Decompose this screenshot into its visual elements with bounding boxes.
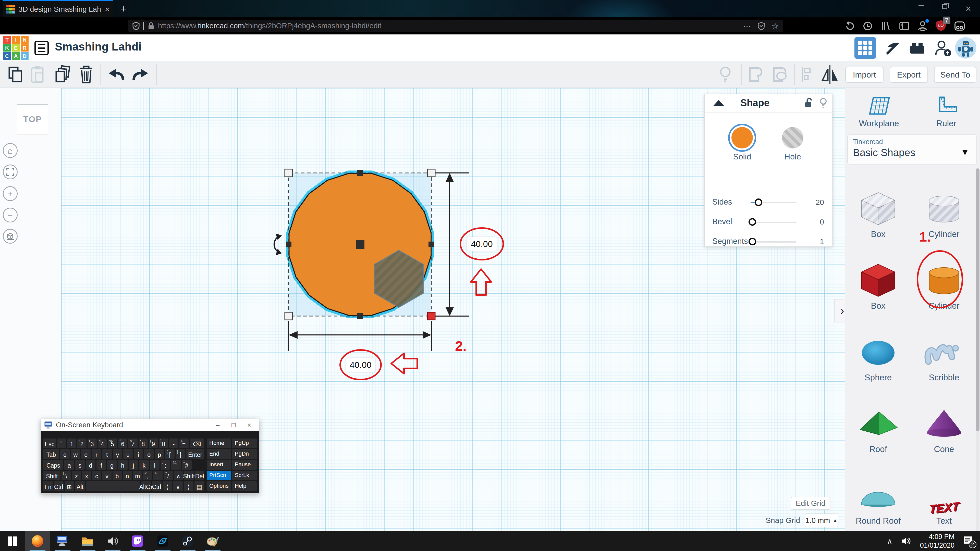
osk-key[interactable]: ¬` — [57, 438, 66, 448]
osk-key-prtscn[interactable]: PrtScn — [207, 471, 231, 480]
osk-key[interactable]: _- — [169, 438, 178, 448]
shape-item-roof[interactable]: Roof — [845, 391, 911, 463]
osk-key[interactable]: k — [139, 460, 149, 470]
taskbar-paint[interactable] — [200, 531, 225, 551]
osk-key[interactable]: o — [144, 449, 154, 459]
osk-key[interactable]: !1 — [67, 438, 76, 448]
osk-key-help[interactable]: Help — [232, 481, 257, 491]
osk-key[interactable]: v — [102, 471, 111, 480]
osk-key[interactable]: i — [134, 449, 143, 459]
taskbar-osk-app[interactable] — [50, 531, 75, 551]
osk-key[interactable]: &7 — [128, 438, 138, 448]
visibility-bulb-icon[interactable] — [819, 98, 827, 108]
osk-key[interactable]: }] — [176, 449, 185, 459]
perspective-toggle-button[interactable] — [3, 229, 18, 244]
osk-key[interactable]: ⌫ — [189, 438, 204, 448]
duplicate-icon[interactable] — [53, 65, 71, 85]
shape-item-round-roof[interactable]: Round Roof — [845, 463, 911, 534]
tinkercad-logo[interactable]: TIN KER CAD — [3, 36, 29, 60]
copy-icon[interactable] — [7, 66, 24, 84]
library-icon[interactable] — [880, 21, 891, 31]
shape-item-sphere[interactable]: Sphere — [845, 319, 911, 391]
design-title[interactable]: Smashing Lahdi — [55, 40, 142, 53]
osk-key-insert[interactable]: Insert — [207, 460, 231, 470]
osk-key[interactable]: ^6 — [118, 438, 127, 448]
osk-key[interactable]: ⟨ — [162, 481, 172, 491]
osk-key-home[interactable]: Home — [207, 438, 231, 448]
snap-grid-select[interactable]: 1.0 mm▲ — [805, 513, 838, 527]
osk-key[interactable]: ~# — [182, 460, 192, 470]
osk-key[interactable]: >. — [153, 471, 162, 480]
osk-key[interactable]: q — [60, 449, 70, 459]
width-dimension-value[interactable]: 40.00 — [346, 358, 375, 372]
osk-key[interactable]: Ctrl — [54, 481, 64, 491]
account-icon[interactable] — [917, 20, 928, 32]
osk-key[interactable]: g — [107, 460, 117, 470]
center-handle[interactable] — [356, 240, 364, 249]
shape-item-hole-box[interactable]: Box — [845, 176, 911, 248]
invite-collaborator-icon[interactable] — [931, 38, 955, 58]
osk-key[interactable]: z — [72, 471, 81, 480]
osk-key[interactable]: ⟩ — [184, 481, 193, 491]
osk-key[interactable]: c — [92, 471, 101, 480]
taskbar-battlenet[interactable] — [150, 531, 175, 551]
browser-tab[interactable]: 3D design Smashing Lahdi | Tin × — [3, 0, 113, 17]
osk-key[interactable]: *8 — [138, 438, 148, 448]
view-cube-top[interactable]: TOP — [17, 104, 48, 135]
show-all-bulb-icon[interactable] — [718, 65, 732, 85]
view-home-button[interactable]: ⌂ — [3, 143, 18, 158]
send-to-button[interactable]: Send To — [934, 67, 977, 83]
hole-option[interactable]: Hole — [782, 127, 803, 162]
paste-icon-disabled[interactable] — [30, 65, 45, 85]
sidebar-scrollbar-thumb[interactable] — [976, 168, 980, 431]
osk-key[interactable]: Enter — [186, 449, 204, 459]
restore-session-icon[interactable] — [845, 21, 855, 31]
osk-key-options[interactable]: Options — [207, 481, 231, 491]
taskbar-twitch[interactable] — [125, 531, 150, 551]
osk-key[interactable]: "2 — [77, 438, 86, 448]
blocks-view-button[interactable] — [854, 37, 876, 59]
tracking-shield-icon[interactable] — [132, 22, 140, 30]
redo-icon[interactable] — [130, 67, 150, 84]
osk-key[interactable]: <, — [143, 471, 152, 480]
osk-close-button[interactable]: × — [243, 421, 256, 429]
osk-key[interactable]: += — [180, 438, 189, 448]
pocket-icon[interactable] — [758, 22, 765, 30]
osk-key[interactable]: Shift — [43, 471, 60, 480]
osk-key[interactable]: e — [81, 449, 91, 459]
solid-option[interactable]: Solid — [732, 127, 753, 162]
osk-key[interactable]: |\ — [62, 471, 71, 480]
shape-item-text[interactable]: TEXT Text — [911, 463, 977, 534]
workplane-tool[interactable]: Workplane — [845, 96, 913, 128]
shape-item-red-box[interactable]: Box — [845, 248, 911, 319]
osk-title-bar[interactable]: On-Screen Keyboard – □ × — [41, 419, 259, 431]
osk-key[interactable]: y — [113, 449, 122, 459]
volume-icon[interactable] — [901, 536, 912, 546]
tab-close-icon[interactable]: × — [105, 4, 110, 14]
osk-key[interactable]: AltGr — [141, 481, 151, 491]
hidden-icons-chevron[interactable]: ∧ — [887, 537, 892, 546]
active-scale-handle[interactable] — [428, 312, 435, 320]
osk-key[interactable]: ?/ — [164, 471, 173, 480]
osk-key[interactable]: ∨ — [173, 481, 183, 491]
osk-key[interactable]: Ctrl — [152, 481, 162, 491]
osk-key[interactable]: f — [97, 460, 106, 470]
osk-key[interactable]: w — [71, 449, 80, 459]
height-dimension-value[interactable]: 40.00 — [467, 237, 496, 251]
osk-key-pgup[interactable]: PgUp — [232, 438, 257, 448]
osk-key[interactable]: :; — [161, 460, 170, 470]
osk-key[interactable]: %5 — [108, 438, 117, 448]
osk-key-scrlk[interactable]: ScrLk — [232, 471, 257, 480]
brick-export-button[interactable] — [905, 38, 929, 58]
osk-key[interactable]: ▤ — [194, 481, 204, 491]
design-properties-icon[interactable] — [35, 41, 49, 55]
osk-minimize-button[interactable]: – — [211, 421, 224, 429]
url-text[interactable]: https://www.tinkercad.com/things/2bORPj4… — [158, 22, 381, 30]
osk-key[interactable]: s — [75, 460, 85, 470]
extension-icon[interactable] — [954, 21, 965, 32]
unlock-icon[interactable] — [804, 98, 813, 108]
window-close-button[interactable]: × — [961, 4, 976, 13]
osk-key-end[interactable]: End — [207, 449, 231, 459]
ungroup-icon-disabled[interactable] — [771, 66, 788, 84]
action-center-icon[interactable]: 2 — [963, 536, 974, 546]
